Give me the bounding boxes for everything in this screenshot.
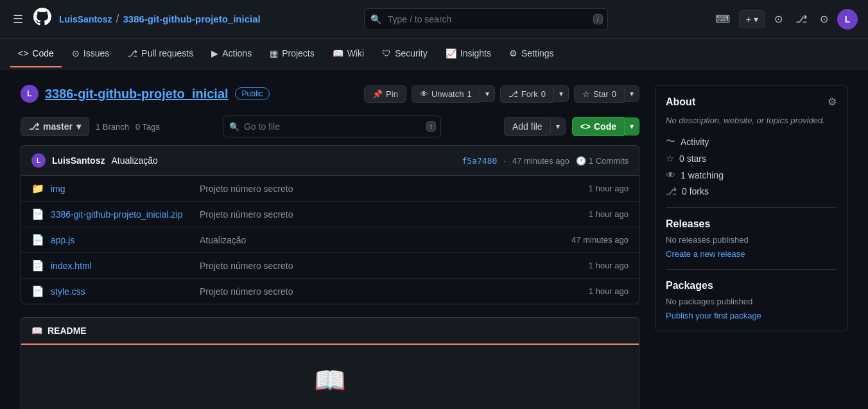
- unwatch-dropdown[interactable]: ▾: [480, 85, 495, 102]
- readme-icon: 📖: [31, 326, 42, 336]
- code-dropdown[interactable]: ▾: [624, 117, 639, 135]
- issues-icon: ⊙: [820, 13, 828, 25]
- branch-chevron: ▾: [76, 121, 81, 132]
- file-commit-message: Projeto número secreto: [200, 286, 581, 297]
- create-new-button[interactable]: + ▾: [739, 10, 765, 28]
- code-button-group: <> Code ▾: [572, 117, 639, 136]
- notifications-button[interactable]: ⊙: [770, 9, 786, 29]
- file-icon: 📄: [31, 234, 43, 246]
- commit-hash-link[interactable]: f5a7480: [462, 156, 498, 166]
- file-name-link[interactable]: img: [51, 184, 192, 194]
- projects-tab-icon: ▦: [270, 48, 278, 58]
- file-time: 1 hour ago: [589, 286, 629, 296]
- gear-icon[interactable]: ⚙: [828, 96, 837, 108]
- topbar-right: ⌨ + ▾ ⊙ ⎇ ⊙ L: [711, 9, 858, 30]
- path-separator: /: [116, 12, 119, 26]
- tab-projects[interactable]: ▦ Projects: [262, 40, 322, 67]
- actions-tab-icon: ▶: [211, 48, 218, 58]
- branch-count-link[interactable]: 1 Branch: [96, 122, 129, 132]
- stars-link[interactable]: ☆ 0 stars: [666, 153, 837, 164]
- commit-separator: ·: [503, 156, 506, 166]
- github-logo[interactable]: [33, 8, 51, 30]
- activity-link[interactable]: 〜 Activity: [666, 135, 837, 148]
- file-commit-message: Projeto número secreto: [200, 184, 581, 194]
- tab-settings[interactable]: ⚙ Settings: [501, 40, 562, 67]
- topbar: ☰ LuisSantosz / 3386-git-github-projeto_…: [0, 0, 868, 39]
- publish-package-link[interactable]: Publish your first package: [666, 311, 761, 320]
- settings-tab-icon: ⚙: [509, 48, 517, 58]
- fork-icon: ⎇: [508, 89, 518, 99]
- search-icon: 🔍: [370, 14, 381, 24]
- inbox-icon: ⊙: [774, 13, 783, 25]
- file-icon: 📄: [31, 285, 43, 297]
- commit-author-link[interactable]: LuisSantosz: [52, 155, 105, 166]
- code-button[interactable]: <> Code: [572, 117, 624, 136]
- table-row: 📁 img Projeto número secreto 1 hour ago: [21, 176, 639, 202]
- tab-insights[interactable]: 📈 Insights: [438, 40, 499, 67]
- repo-main: L 3386-git-github-projeto_inicial Public…: [21, 85, 639, 409]
- file-name-link[interactable]: app.js: [51, 235, 192, 245]
- tab-pull-requests[interactable]: ⎇ Pull requests: [119, 40, 201, 67]
- file-name-link[interactable]: 3386-git-github-projeto_inicial.zip: [51, 209, 192, 220]
- star-dropdown[interactable]: ▾: [624, 85, 639, 102]
- repo-nav: <> Code ⊙ Issues ⎇ Pull requests ▶ Actio…: [0, 39, 868, 69]
- releases-title: Releases: [666, 218, 837, 230]
- about-section: About ⚙ No description, website, or topi…: [655, 85, 847, 331]
- insights-tab-icon: 📈: [446, 48, 456, 58]
- tab-issues[interactable]: ⊙ Issues: [64, 40, 117, 67]
- hamburger-button[interactable]: ☰: [10, 10, 26, 29]
- file-commit-message: Atualização: [200, 235, 564, 245]
- go-to-file-input[interactable]: [223, 116, 441, 137]
- readme-section: 📖 README 📖: [21, 317, 639, 409]
- tab-wiki[interactable]: 📖 Wiki: [325, 40, 372, 67]
- tab-code[interactable]: <> Code: [10, 40, 62, 67]
- repo-owner[interactable]: LuisSantosz: [59, 14, 112, 24]
- file-search: 🔍 t: [166, 116, 498, 137]
- releases-empty-text: No releases published: [666, 235, 837, 245]
- pin-button[interactable]: 📌 Pin: [364, 85, 406, 103]
- table-row: 📄 app.js Atualização 47 minutes ago: [21, 227, 639, 253]
- eye-stat-icon: 👁: [666, 170, 675, 180]
- create-release-link[interactable]: Create a new release: [666, 249, 745, 259]
- code-icon: <>: [580, 121, 591, 132]
- commit-meta: f5a7480 · 47 minutes ago 🕐 1 Commits: [462, 156, 629, 166]
- tab-actions[interactable]: ▶ Actions: [204, 40, 259, 67]
- repo-title[interactable]: 3386-git-github-projeto_inicial: [45, 87, 229, 101]
- forks-link[interactable]: ⎇ 0 forks: [666, 186, 837, 197]
- tab-security[interactable]: 🛡 Security: [374, 40, 435, 67]
- file-name-link[interactable]: style.css: [51, 286, 192, 297]
- readme-title: README: [48, 326, 87, 336]
- repo-name-link[interactable]: 3386-git-github-projeto_inicial: [123, 13, 260, 24]
- wiki-tab-icon: 📖: [333, 48, 343, 58]
- search-input[interactable]: [364, 8, 608, 30]
- packages-title: Packages: [666, 280, 837, 292]
- activity-icon: 〜: [666, 135, 675, 148]
- fork-dropdown[interactable]: ▾: [553, 85, 569, 102]
- unwatch-button[interactable]: 👁 Unwatch 1: [412, 85, 480, 103]
- tags-count-link[interactable]: 0 Tags: [135, 122, 160, 132]
- issues-button[interactable]: ⊙: [816, 9, 832, 29]
- about-title: About: [666, 96, 695, 108]
- user-avatar-button[interactable]: L: [837, 9, 858, 30]
- go-to-file-wrapper: 🔍 t: [223, 116, 441, 137]
- terminal-button[interactable]: ⌨: [711, 9, 734, 29]
- pull-requests-button[interactable]: ⎇: [792, 9, 811, 29]
- table-row: 📄 style.css Projeto número secreto 1 hou…: [21, 279, 639, 304]
- commits-count-link[interactable]: 🕐 1 Commits: [576, 156, 629, 166]
- file-name-link[interactable]: index.html: [51, 261, 192, 271]
- branch-selector[interactable]: ⎇ master ▾: [21, 117, 89, 136]
- about-divider: [666, 207, 837, 208]
- add-file-button[interactable]: Add file: [504, 117, 550, 136]
- unwatch-button-group: 👁 Unwatch 1 ▾: [412, 85, 495, 103]
- table-row: 📄 3386-git-github-projeto_inicial.zip Pr…: [21, 202, 639, 227]
- fork-button[interactable]: ⎇ Fork 0: [500, 85, 553, 103]
- watching-link[interactable]: 👁 1 watching: [666, 170, 837, 180]
- pin-icon: 📌: [372, 89, 383, 99]
- table-row: 📄 index.html Projeto número secreto 1 ho…: [21, 253, 639, 279]
- add-file-dropdown[interactable]: ▾: [550, 117, 566, 135]
- commit-row: L LuisSantosz Atualização f5a7480 · 47 m…: [21, 145, 639, 175]
- file-time: 1 hour ago: [589, 209, 629, 219]
- file-toolbar: ⎇ master ▾ 1 Branch 0 Tags 🔍 t Add file …: [21, 116, 639, 137]
- star-button[interactable]: ☆ Star 0: [574, 85, 624, 103]
- file-icon: 📄: [31, 259, 43, 272]
